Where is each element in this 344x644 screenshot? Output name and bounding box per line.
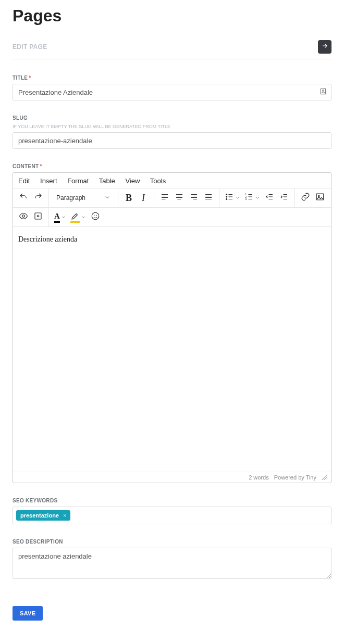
align-justify-icon (204, 192, 213, 204)
bold-icon: B (126, 193, 132, 204)
align-right-icon (189, 192, 199, 204)
redo-icon (33, 192, 43, 204)
format-select[interactable]: Paragraph (52, 191, 115, 205)
chevron-down-icon (61, 212, 66, 222)
menu-view[interactable]: View (125, 177, 140, 185)
svg-point-14 (96, 215, 97, 216)
image-button[interactable] (313, 191, 327, 205)
redo-button[interactable] (31, 191, 45, 205)
contact-card-icon (320, 88, 327, 97)
highlight-icon (70, 211, 80, 223)
link-icon (301, 192, 310, 204)
title-input-wrap (13, 84, 331, 100)
outdent-button[interactable] (262, 191, 277, 205)
numbered-list-button[interactable]: 123 (242, 191, 262, 205)
keyword-tag: presentazione × (16, 510, 70, 521)
slug-input-wrap (13, 132, 331, 149)
resize-handle[interactable] (322, 475, 327, 480)
smiley-icon (91, 211, 100, 223)
text-color-button[interactable]: A (52, 210, 68, 224)
indent-button[interactable] (277, 191, 291, 205)
bullet-list-icon (225, 192, 234, 204)
indent-icon (279, 192, 289, 204)
italic-icon: I (142, 193, 145, 204)
menu-table[interactable]: Table (99, 177, 115, 185)
rich-editor: Edit Insert Format Table View Tools Para… (13, 172, 331, 483)
slug-hint: IF YOU LEAVE IT EMPTY THE SLUG WILL BE G… (13, 124, 331, 129)
svg-point-4 (226, 199, 227, 200)
align-left-button[interactable] (157, 191, 172, 205)
editor-toolbar-row-2: A (13, 208, 331, 227)
field-seo-keywords: SEO KEYWORDS presentazione × (13, 498, 331, 524)
slug-input[interactable] (18, 137, 313, 145)
seo-description-label: SEO DESCRIPTION (13, 539, 331, 545)
svg-point-3 (226, 196, 227, 197)
svg-rect-8 (316, 194, 324, 200)
align-left-icon (160, 192, 169, 204)
svg-text:3: 3 (245, 198, 247, 200)
editor-content[interactable]: Descrizione azienda (13, 227, 331, 472)
undo-icon (19, 192, 28, 204)
title-label: TITLE* (13, 75, 331, 81)
image-icon (315, 192, 325, 204)
menu-insert[interactable]: Insert (40, 177, 57, 185)
svg-point-13 (94, 215, 95, 216)
svg-point-9 (318, 195, 320, 196)
media-button[interactable] (31, 210, 45, 224)
align-right-button[interactable] (187, 191, 201, 205)
section-header-label: EDIT PAGE (13, 43, 47, 50)
menu-format[interactable]: Format (67, 177, 89, 185)
field-content: CONTENT* Edit Insert Format Table View T… (13, 163, 331, 483)
svg-point-2 (226, 194, 227, 195)
chevron-down-icon (81, 212, 86, 222)
align-center-button[interactable] (172, 191, 187, 205)
seo-keywords-label: SEO KEYWORDS (13, 498, 331, 503)
emoji-button[interactable] (88, 210, 103, 224)
undo-button[interactable] (16, 191, 31, 205)
text-color-icon: A (54, 212, 60, 223)
chevron-down-icon (235, 193, 240, 203)
section-header: EDIT PAGE (13, 40, 331, 59)
arrow-right-icon (321, 42, 328, 52)
eye-icon (19, 211, 28, 223)
bullet-list-button[interactable] (223, 191, 242, 205)
menu-tools[interactable]: Tools (150, 177, 166, 185)
keyword-tag-label: presentazione (20, 512, 59, 519)
numbered-list-icon: 123 (244, 192, 254, 204)
svg-point-1 (323, 90, 324, 91)
outdent-icon (265, 192, 274, 204)
field-seo-description: SEO DESCRIPTION (13, 539, 331, 581)
italic-button[interactable]: I (136, 191, 151, 205)
tag-remove-button[interactable]: × (63, 512, 66, 519)
content-label: CONTENT* (13, 163, 331, 169)
preview-button[interactable] (16, 210, 31, 224)
field-slug: SLUG IF YOU LEAVE IT EMPTY THE SLUG WILL… (13, 115, 331, 149)
play-box-icon (33, 211, 43, 223)
align-center-icon (175, 192, 184, 204)
powered-by: Powered by Tiny (274, 474, 316, 481)
svg-point-12 (92, 212, 99, 220)
chevron-down-icon (255, 193, 260, 203)
slug-label: SLUG (13, 115, 331, 121)
chevron-down-icon (104, 194, 110, 202)
editor-statusbar: 2 words Powered by Tiny (13, 472, 331, 483)
save-button[interactable]: SAVE (13, 606, 43, 621)
highlight-color-button[interactable] (68, 210, 88, 224)
editor-toolbar-row-1: Paragraph B I (13, 188, 331, 208)
seo-description-input[interactable] (13, 548, 331, 579)
editor-menubar: Edit Insert Format Table View Tools (13, 173, 331, 188)
title-input[interactable] (18, 89, 313, 96)
menu-edit[interactable]: Edit (18, 177, 30, 185)
link-button[interactable] (298, 191, 313, 205)
svg-point-10 (22, 215, 25, 218)
field-title: TITLE* (13, 75, 331, 100)
page-heading: Pages (13, 6, 331, 26)
word-count: 2 words (249, 474, 269, 481)
collapse-button[interactable] (318, 40, 331, 54)
bold-button[interactable]: B (121, 191, 136, 205)
format-select-label: Paragraph (56, 194, 85, 201)
seo-keywords-input[interactable]: presentazione × (13, 507, 331, 524)
align-justify-button[interactable] (201, 191, 216, 205)
